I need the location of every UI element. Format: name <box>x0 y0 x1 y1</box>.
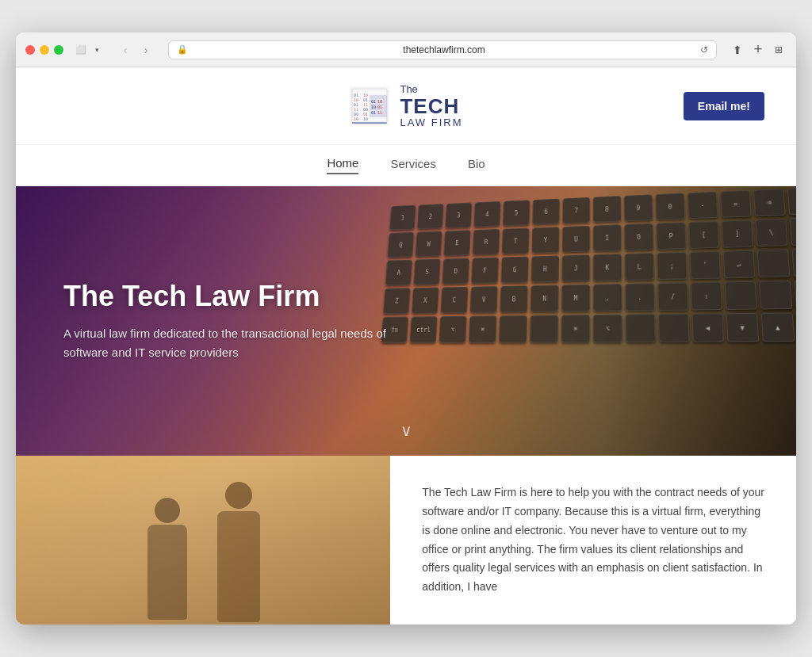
site-nav: Home Services Bio <box>16 145 796 186</box>
keyboard-key: M <box>561 285 590 312</box>
keyboard-key: V <box>470 286 498 313</box>
share-icon[interactable]: ⬆ <box>730 42 745 58</box>
svg-text:01: 01 <box>377 105 382 109</box>
keyboard-key <box>791 248 796 277</box>
keyboard-key <box>626 314 656 342</box>
keyboard-key: 7 <box>562 197 590 223</box>
keyboard-key: , <box>593 284 622 311</box>
about-text-area: The Tech Law Firm is here to help you wi… <box>390 456 796 625</box>
keyboard-key: ' <box>690 251 722 279</box>
close-dot[interactable] <box>25 45 35 55</box>
keyboard-key: - <box>688 192 718 220</box>
svg-text:01: 01 <box>371 99 376 104</box>
figure-container <box>16 456 390 625</box>
hero-section: 1234567890-=⌫QWERTYUIOP[]\ASDFGHJKL;'↵ZX… <box>16 186 796 456</box>
browser-window: ⬜ ▾ ‹ › 🔒 thetechlawfirm.com ↺ ⬆ + ⊞ <box>16 32 796 625</box>
keyboard-key: ctrl <box>410 316 438 343</box>
browser-titlebar: ⬜ ▾ ‹ › 🔒 thetechlawfirm.com ↺ ⬆ + ⊞ <box>16 32 796 67</box>
key-grid: 1234567890-=⌫QWERTYUIOP[]\ASDFGHJKL;'↵ZX… <box>381 187 796 343</box>
keyboard-key <box>530 315 558 343</box>
browser-actions: ⬆ + ⊞ <box>730 42 787 58</box>
website-content: 01 10 01 11 00 10 10 01 11 00 01 10 <box>16 67 796 625</box>
keyboard-key: 3 <box>445 203 472 228</box>
keyboard-key: ⌫ <box>753 189 786 216</box>
keyboard-key: . <box>625 283 655 311</box>
keyboard-key: L <box>625 253 654 281</box>
svg-text:10: 10 <box>354 117 358 121</box>
logo-icon: 01 10 01 11 00 10 10 01 11 00 01 10 <box>349 86 390 127</box>
email-button[interactable]: Email me! <box>684 92 764 120</box>
svg-text:10: 10 <box>363 117 368 121</box>
keyboard-key: 9 <box>624 195 653 222</box>
keyboard-key: 8 <box>593 196 621 223</box>
keyboard-key: 4 <box>473 201 500 227</box>
keyboard-key: R <box>473 229 500 255</box>
keyboard-key: W <box>416 231 442 257</box>
keyboard-key: I <box>593 225 622 252</box>
keyboard-key: B <box>500 286 527 313</box>
keyboard-key: X <box>412 288 439 314</box>
keyboard-key: ⌘ <box>469 316 497 343</box>
window-control-dots <box>25 45 63 55</box>
logo-tech: TECH <box>400 96 462 117</box>
about-image <box>16 456 390 625</box>
keyboard-key: G <box>501 257 529 284</box>
keyboard-key: P <box>656 223 686 250</box>
hero-title: The Tech Law Firm <box>63 280 412 313</box>
figure-2 <box>211 482 266 625</box>
site-header: 01 10 01 11 00 10 10 01 11 00 01 10 <box>16 67 796 145</box>
figure-head-2 <box>225 482 252 509</box>
keyboard-key <box>658 314 689 342</box>
keyboard-key <box>759 281 792 310</box>
keyboard-key: K <box>593 254 622 281</box>
keyboard-key: ↵ <box>723 250 756 279</box>
logo-area: 01 10 01 11 00 10 10 01 11 00 01 10 <box>349 83 462 128</box>
keyboard-key: \ <box>755 219 787 247</box>
url-text: thetechlawfirm.com <box>193 44 695 55</box>
nav-home[interactable]: Home <box>327 156 358 174</box>
new-tab-icon[interactable]: + <box>750 42 766 58</box>
address-bar[interactable]: 🔒 thetechlawfirm.com ↺ <box>168 40 717 59</box>
about-section: The Tech Law Firm is here to help you wi… <box>16 456 796 625</box>
reload-icon[interactable]: ↺ <box>700 44 708 55</box>
keyboard-key: ⇧ <box>691 282 722 311</box>
grid-icon[interactable]: ⊞ <box>771 42 787 58</box>
keyboard-key <box>789 217 796 246</box>
svg-text:10: 10 <box>377 99 382 104</box>
keyboard-key: C <box>441 287 469 313</box>
nav-bio[interactable]: Bio <box>468 157 485 174</box>
sidebar-toggle-icon[interactable]: ⬜ <box>75 44 87 56</box>
keyboard-key <box>499 315 527 342</box>
logo-law-firm: LAW FIRM <box>400 117 462 129</box>
keyboard-key: ] <box>722 220 753 247</box>
keyboard-key: 0 <box>656 193 685 220</box>
keyboard-key: E <box>443 230 470 256</box>
back-button[interactable]: ‹ <box>116 40 135 59</box>
keyboard-key: U <box>562 226 590 253</box>
scroll-chevron[interactable]: ∨ <box>400 421 412 440</box>
keyboard-key: F <box>471 258 499 284</box>
keyboard-key: [ <box>688 221 719 249</box>
lock-icon: 🔒 <box>177 44 188 55</box>
keyboard-key: ▲ <box>761 313 795 342</box>
minimize-dot[interactable] <box>40 45 49 55</box>
nav-services[interactable]: Services <box>390 157 436 174</box>
forward-button[interactable]: › <box>136 40 155 59</box>
nav-arrows: ‹ › <box>116 40 155 59</box>
maximize-dot[interactable] <box>54 45 63 55</box>
keyboard-key <box>725 281 757 310</box>
svg-rect-22 <box>352 122 387 124</box>
keyboard-key: ▼ <box>726 313 760 342</box>
figure-head-1 <box>155 498 180 523</box>
keyboard-key: ⌘ <box>561 315 590 342</box>
about-paragraph: The Tech Law Firm is here to help you wi… <box>422 483 764 597</box>
keyboard-key <box>794 280 796 309</box>
chevron-down-icon[interactable]: ▾ <box>90 44 103 56</box>
keyboard-key: S <box>413 259 440 285</box>
figure-body-1 <box>147 525 187 620</box>
keyboard-key: J <box>562 255 591 282</box>
svg-text:01: 01 <box>371 110 376 115</box>
keyboard-key: 5 <box>503 201 530 227</box>
figure-body-2 <box>217 511 260 622</box>
keyboard-key: N <box>530 285 559 312</box>
